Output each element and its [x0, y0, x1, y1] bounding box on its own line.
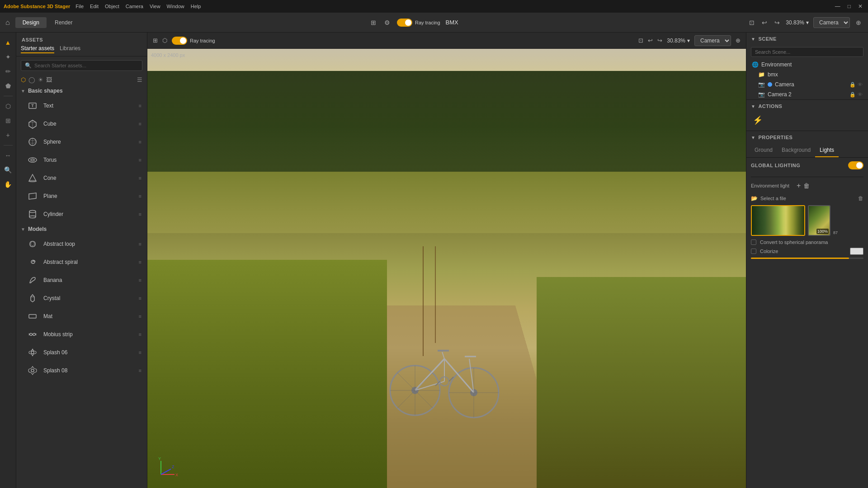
asset-more-cone[interactable]: ≡: [139, 175, 142, 181]
action-quick-icon[interactable]: ⚡: [753, 116, 763, 125]
asset-item-mat[interactable]: Mat ≡: [16, 307, 147, 325]
prop-tab-lights[interactable]: Lights: [815, 144, 839, 157]
intensity-slider[interactable]: [751, 258, 863, 259]
scene-item-camera[interactable]: 📷 Camera 🔒 👁: [749, 80, 865, 89]
asset-item-mobius-strip[interactable]: Mobius strip ≡: [16, 325, 147, 343]
asset-item-plane[interactable]: Plane ≡: [16, 187, 147, 205]
sun-filter-icon[interactable]: ☀: [38, 76, 43, 83]
canvas-camera-select[interactable]: Camera: [694, 35, 731, 46]
canvas-zoom-control[interactable]: 30.83% ▾: [667, 38, 690, 44]
colorize-checkbox[interactable]: [751, 249, 756, 254]
brush-tool[interactable]: ✏: [2, 65, 14, 78]
canvas-settings-icon[interactable]: ⊕: [736, 37, 741, 44]
scene-item-bmx[interactable]: 📁 bmx: [749, 70, 865, 80]
scene-panel-header[interactable]: ▼ SCENE: [746, 33, 868, 45]
asset-more-abstract-loop[interactable]: ≡: [139, 241, 142, 247]
redo-canvas-icon[interactable]: ↪: [657, 37, 662, 44]
ray-tracing-canvas-switch[interactable]: [172, 37, 187, 45]
asset-item-abstract-loop[interactable]: Abstract loop ≡: [16, 235, 147, 253]
asset-more-splash-06[interactable]: ≡: [139, 350, 142, 355]
quick-settings-icon[interactable]: ⊞: [369, 18, 377, 28]
env-delete-button[interactable]: 🗑: [803, 182, 810, 189]
maximize-button[interactable]: □: [846, 3, 853, 9]
camera2-lock-icon[interactable]: 🔒: [849, 92, 856, 98]
asset-item-cone[interactable]: Cone ≡: [16, 169, 147, 187]
menu-edit[interactable]: Edit: [90, 4, 99, 9]
window-controls[interactable]: — □ ✕: [833, 3, 864, 9]
assets-search-bar[interactable]: 🔍: [21, 60, 142, 71]
display-mode-icon[interactable]: ⬡: [162, 37, 167, 44]
asset-more-mobius-strip[interactable]: ≡: [139, 332, 142, 337]
env-delete-icon[interactable]: 🗑: [858, 195, 863, 202]
prop-tab-ground[interactable]: Ground: [750, 144, 777, 157]
asset-more-crystal[interactable]: ≡: [139, 296, 142, 301]
scene-item-camera2[interactable]: 📷 Camera 2 🔒 👁: [749, 89, 865, 99]
asset-more-cube[interactable]: ≡: [139, 121, 142, 127]
transform-icon[interactable]: ↔: [2, 149, 14, 162]
zoom-control[interactable]: 30.83% ▾: [786, 19, 809, 26]
render-tab[interactable]: Render: [47, 17, 80, 28]
scene-search-input[interactable]: [751, 47, 863, 57]
asset-more-text[interactable]: ≡: [139, 103, 142, 108]
canvas-viewport[interactable]: 4000 x 2400 px X Y Z: [147, 49, 746, 488]
menu-file[interactable]: File: [75, 4, 84, 9]
camera-lock-icon[interactable]: 🔒: [849, 82, 856, 88]
camera-visibility-icon[interactable]: 👁: [858, 82, 863, 88]
camera-settings-icon[interactable]: ⊕: [854, 18, 863, 28]
menu-view[interactable]: View: [150, 4, 160, 9]
basic-shapes-section-header[interactable]: ▼ Basic shapes: [16, 85, 147, 97]
select-tool[interactable]: ✦: [2, 51, 14, 63]
menu-camera[interactable]: Camera: [126, 4, 143, 9]
asset-more-abstract-spiral[interactable]: ≡: [139, 259, 142, 265]
folder-open-icon[interactable]: 📂: [751, 195, 758, 202]
asset-item-banana[interactable]: Banana ≡: [16, 271, 147, 289]
menu-help[interactable]: Help: [191, 4, 201, 9]
asset-item-crystal[interactable]: Crystal ≡: [16, 289, 147, 307]
asset-more-banana[interactable]: ≡: [139, 277, 142, 283]
search-input[interactable]: [34, 63, 138, 68]
env-thumb-small[interactable]: 100%: [808, 205, 830, 236]
design-tab[interactable]: Design: [15, 17, 47, 28]
zoom-tool[interactable]: 🔍: [2, 164, 14, 176]
asset-more-cylinder[interactable]: ≡: [139, 211, 142, 217]
add-icon[interactable]: +: [2, 129, 14, 141]
assets-panel-icon[interactable]: ⬡: [2, 100, 14, 113]
undo-canvas-icon[interactable]: ↩: [648, 37, 653, 44]
ray-tracing-canvas-toggle[interactable]: Ray tracing: [172, 37, 215, 45]
fit-view-icon[interactable]: ⊡: [638, 37, 643, 44]
canvas-zoom-chevron-icon[interactable]: ▾: [687, 38, 690, 44]
camera2-visibility-icon[interactable]: 👁: [858, 92, 863, 98]
shape-filter-icon[interactable]: ⬡: [21, 76, 26, 83]
properties-panel-header[interactable]: ▼ PROPERTIES: [746, 131, 868, 144]
asset-item-cube[interactable]: Cube ≡: [16, 115, 147, 133]
asset-item-splash-06[interactable]: Splash 06 ≡: [16, 343, 147, 361]
undo-icon[interactable]: ↩: [760, 18, 769, 28]
asset-more-splash-08[interactable]: ≡: [139, 368, 142, 373]
menu-window[interactable]: Window: [167, 4, 184, 9]
list-view-icon[interactable]: ☰: [137, 76, 142, 83]
minimize-button[interactable]: —: [833, 3, 842, 9]
ray-tracing-switch[interactable]: [397, 19, 412, 27]
global-lighting-header[interactable]: GLOBAL LIGHTING: [751, 161, 863, 169]
asset-item-torus[interactable]: Torus ≡: [16, 151, 147, 169]
zoom-chevron-icon[interactable]: ▾: [806, 19, 809, 26]
starter-assets-tab[interactable]: Starter assets: [21, 45, 54, 53]
redo-icon[interactable]: ↪: [773, 18, 781, 28]
prop-tab-background[interactable]: Background: [777, 144, 815, 157]
pointer-tool[interactable]: ▲: [2, 36, 14, 49]
asset-more-sphere[interactable]: ≡: [139, 139, 142, 145]
layers-icon[interactable]: ⊞: [2, 114, 14, 127]
image-filter-icon[interactable]: 🖼: [46, 76, 52, 83]
hand-tool[interactable]: ✋: [2, 178, 14, 191]
menu-object[interactable]: Object: [105, 4, 119, 9]
asset-item-splash-08[interactable]: Splash 08 ≡: [16, 361, 147, 380]
camera-select[interactable]: Camera: [813, 17, 850, 28]
libraries-tab[interactable]: Libraries: [60, 45, 80, 53]
models-section-header[interactable]: ▼ Models: [16, 223, 147, 235]
actions-panel-header[interactable]: ▼ ACTIONS: [746, 100, 868, 113]
asset-more-plane[interactable]: ≡: [139, 193, 142, 199]
colorize-swatch[interactable]: [850, 248, 863, 255]
asset-item-sphere[interactable]: Sphere ≡: [16, 133, 147, 151]
asset-item-abstract-spiral[interactable]: Abstract spiral ≡: [16, 253, 147, 271]
close-button[interactable]: ✕: [856, 3, 864, 9]
